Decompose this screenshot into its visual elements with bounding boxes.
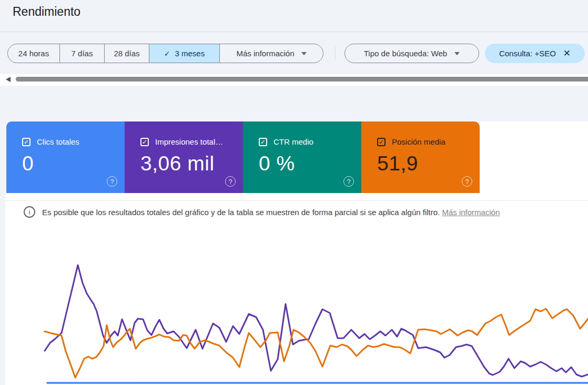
metric-card-ctr-medio[interactable]: ✓ CTR medio 0 % ? [243,121,361,193]
metric-label: Clics totales [37,137,79,146]
horizontal-scrollbar-thumb[interactable] [16,77,588,82]
chip-label: Consulta: +SEO [499,49,556,58]
notice-text: Es posible que los resultados totales de… [42,208,500,217]
chip-label: Tipo de búsqueda: Web [364,49,447,58]
toolbar-separator [335,47,336,60]
metric-label: Impresiones total… [155,137,223,146]
banner-divider [5,200,588,201]
metric-card-posicion-media[interactable]: ✓ Posición media 51,9 ? [361,121,480,193]
close-icon[interactable]: ✕ [563,48,571,59]
chip-label: 24 horas [18,49,49,58]
checkbox-ctr-medio[interactable]: ✓ [259,138,267,146]
help-icon[interactable]: ? [225,176,236,187]
header-divider [0,32,588,32]
date-range-chip-group: 24 horas 7 días 28 días ✓ 3 meses Más in… [7,44,323,63]
info-icon: i [24,206,35,218]
chip-28-dias[interactable]: 28 días [105,44,149,63]
query-filter-chip[interactable]: Consulta: +SEO ✕ [485,44,585,63]
metric-value: 0 % [259,152,295,175]
metric-value: 51,9 [377,152,418,175]
scroll-left-arrow-icon[interactable] [6,77,11,82]
dropdown-arrow-icon [301,52,307,55]
performance-line-chart[interactable] [0,252,588,385]
chip-24-horas[interactable]: 24 horas [8,44,60,63]
chip-3-meses[interactable]: ✓ 3 meses [149,44,220,63]
metric-card-impresiones-totales[interactable]: ✓ Impresiones total… 3,06 mil ? [125,121,243,193]
chip-label: Más información [236,49,294,58]
chip-label: 7 días [72,49,93,58]
help-icon[interactable]: ? [462,176,472,187]
dropdown-arrow-icon [454,52,460,55]
chip-label: 3 meses [175,49,205,58]
metric-card-clics-totales[interactable]: ✓ Clics totales 0 ? [6,121,125,193]
page-title: Rendimiento [13,5,80,19]
help-icon[interactable]: ? [107,176,117,187]
metric-value: 0 [22,152,34,175]
series-posición-media [45,309,588,378]
checkbox-clics-totales[interactable]: ✓ [22,138,31,146]
chip-7-dias[interactable]: 7 días [60,44,105,63]
chip-mas-informacion[interactable]: Más información [220,44,323,63]
check-icon: ✓ [164,49,170,58]
chip-label: 28 días [114,49,139,58]
help-icon[interactable]: ? [343,176,354,187]
metric-label: Posición media [392,137,445,146]
series-impresiones-totales [45,265,588,377]
checkbox-impresiones-totales[interactable]: ✓ [140,138,149,146]
metric-value: 3,06 mil [140,152,215,175]
metric-label: CTR medio [273,137,313,146]
search-type-filter-chip[interactable]: Tipo de búsqueda: Web [344,44,479,63]
notice-more-info-link[interactable]: Más información [442,208,500,217]
checkbox-posicion-media[interactable]: ✓ [377,138,386,146]
